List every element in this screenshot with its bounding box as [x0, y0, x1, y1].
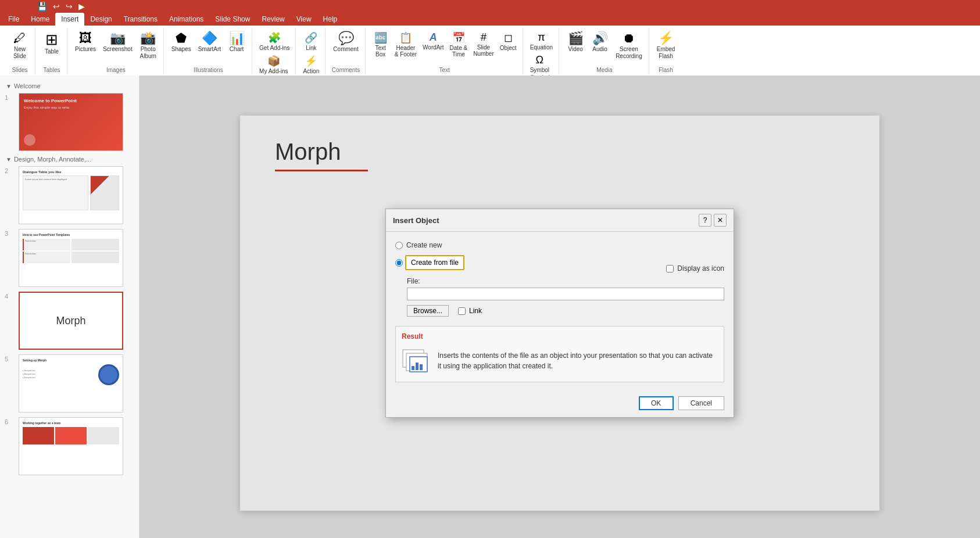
qat-redo[interactable]: ↪: [63, 1, 75, 12]
svg-rect-4: [416, 363, 419, 370]
action-button[interactable]: ⚡ Action: [301, 53, 321, 76]
wordart-button[interactable]: A WordArt: [420, 30, 446, 52]
slide-item-5[interactable]: 5 Setting up Morph ● Item point text ● I…: [0, 352, 139, 415]
display-as-icon-row: Display as icon: [666, 264, 724, 272]
video-button[interactable]: 🎬 Video: [564, 30, 587, 55]
equation-button[interactable]: π Equation: [528, 30, 555, 52]
canvas-area: Morph Insert Object ? ✕: [140, 76, 980, 538]
slide-thumb-3[interactable]: How to use PowerPoint Templates Point te…: [19, 229, 123, 287]
slides-panel: ▼ Welcome 1 Welcome to PowerPoint Enjoy …: [0, 76, 140, 538]
screen-recording-button[interactable]: ⏺ ScreenRecording: [613, 30, 645, 62]
tab-transitions[interactable]: Transitions: [118, 13, 163, 26]
get-addins-label: Get Add-ins: [259, 45, 289, 51]
create-new-label[interactable]: Create new: [406, 241, 442, 249]
audio-button[interactable]: 🔊 Audio: [588, 30, 611, 55]
date-time-button[interactable]: 📅 Date &Time: [448, 30, 470, 59]
dialog-close-button[interactable]: ✕: [714, 214, 727, 227]
text-box-button[interactable]: 🔤 TextBox: [370, 30, 391, 59]
tab-review[interactable]: Review: [256, 13, 290, 26]
slide-item-6[interactable]: 6 Working together as a team: [0, 415, 139, 478]
slides-group-label: Slides: [12, 67, 27, 74]
slide-item-2[interactable]: 2 Dialogue Table you like Lorem ipsum te…: [0, 164, 139, 227]
slide-thumb-6[interactable]: Working together as a team: [19, 417, 123, 475]
tab-animations[interactable]: Animations: [163, 13, 209, 26]
slide-thumb-4[interactable]: Morph: [19, 292, 123, 350]
screenshot-button[interactable]: 📷 Screenshot: [100, 30, 135, 55]
qat-undo[interactable]: ↩: [51, 1, 62, 12]
tab-design[interactable]: Design: [84, 13, 117, 26]
shapes-icon: ⬟: [176, 32, 187, 45]
slide-number-5: 5: [5, 354, 14, 363]
images-group-label: Images: [106, 67, 126, 74]
shapes-button[interactable]: ⬟ Shapes: [169, 30, 194, 55]
embed-flash-button[interactable]: ⚡ EmbedFlash: [654, 30, 678, 62]
date-time-label: Date &Time: [450, 45, 468, 58]
symbol-button[interactable]: Ω Symbol: [528, 53, 552, 74]
quick-access-toolbar: 💾 ↩ ↪ ▶: [0, 0, 980, 13]
slide-thumb-2[interactable]: Dialogue Table you like Lorem ipsum text…: [19, 166, 123, 224]
cancel-button[interactable]: Cancel: [678, 396, 724, 410]
slide-item-4[interactable]: 4 Morph: [0, 289, 139, 352]
create-new-radio[interactable]: [395, 242, 403, 249]
text-box-icon: 🔤: [374, 31, 387, 44]
slide-item-1[interactable]: 1 Welcome to PowerPoint Enjoy this simpl…: [0, 91, 139, 153]
insert-object-dialog: Insert Object ? ✕ Create new: [385, 209, 734, 418]
tab-help[interactable]: Help: [317, 13, 344, 26]
create-from-file-radio[interactable]: [395, 259, 403, 267]
tables-group-label: Tables: [44, 67, 60, 74]
tab-view[interactable]: View: [291, 13, 317, 26]
result-text: Inserts the contents of the file as an o…: [438, 350, 718, 371]
tab-home[interactable]: Home: [25, 13, 55, 26]
section-welcome-label: Welcome: [14, 83, 41, 89]
link-label-el[interactable]: Link: [469, 307, 482, 315]
get-addins-button[interactable]: 🧩 Get Add-ins: [257, 30, 292, 52]
ok-button[interactable]: OK: [639, 396, 674, 410]
slide-thumb-5[interactable]: Setting up Morph ● Item point text ● Ite…: [19, 354, 123, 413]
video-icon: 🎬: [568, 32, 584, 45]
create-from-file-label[interactable]: Create from file: [411, 259, 459, 267]
slide-item-3[interactable]: 3 How to use PowerPoint Templates Point …: [0, 227, 139, 289]
audio-icon: 🔊: [592, 32, 608, 45]
pictures-button[interactable]: 🖼 Pictures: [72, 30, 99, 55]
tab-file[interactable]: File: [2, 13, 25, 26]
pictures-label: Pictures: [75, 46, 96, 53]
svg-rect-5: [420, 364, 423, 370]
slide-thumb-1[interactable]: Welcome to PowerPoint Enjoy this simple …: [19, 93, 123, 151]
svg-rect-3: [412, 366, 414, 370]
browse-button[interactable]: Browse...: [407, 305, 449, 317]
link-checkbox[interactable]: [458, 307, 466, 315]
slide-number-6: 6: [5, 417, 14, 425]
comment-icon: 💬: [338, 32, 354, 45]
new-slide-button[interactable]: 🖊 NewSlide: [8, 30, 31, 62]
qat-present[interactable]: ▶: [76, 1, 87, 12]
dialog-controls: ? ✕: [699, 214, 727, 227]
section-welcome: ▼ Welcome: [0, 80, 139, 91]
dialog-help-button[interactable]: ?: [699, 214, 711, 227]
object-button[interactable]: ◻ Object: [498, 30, 519, 52]
media-group-label: Media: [596, 67, 612, 74]
dialog-title: Insert Object: [393, 216, 439, 225]
qat-save[interactable]: 💾: [35, 1, 49, 12]
tab-insert[interactable]: Insert: [55, 13, 84, 26]
slide-number-label: SlideNumber: [473, 44, 494, 57]
header-footer-button[interactable]: 📋 Header& Footer: [392, 30, 419, 59]
photo-album-button[interactable]: 📸 PhotoAlbum: [137, 30, 160, 62]
slide-number-icon: #: [481, 31, 487, 44]
link-button[interactable]: 🔗 Link: [301, 30, 321, 52]
ribbon-group-tables: ⊞ Table Tables: [37, 28, 67, 74]
smartart-button[interactable]: 🔷 SmartArt: [195, 30, 224, 55]
section-design: ▼ Design, Morph, Annotate,...: [0, 153, 139, 164]
tab-slideshow[interactable]: Slide Show: [209, 13, 256, 26]
display-as-icon-checkbox[interactable]: [666, 265, 674, 272]
comment-button[interactable]: 💬 Comment: [330, 30, 361, 55]
chart-button[interactable]: 📊 Chart: [225, 30, 248, 55]
comments-group-label: Comments: [332, 67, 360, 74]
display-as-icon-label[interactable]: Display as icon: [677, 264, 724, 272]
my-addins-button[interactable]: 📦 My Add-ins: [257, 53, 290, 76]
file-input[interactable]: [407, 288, 724, 300]
ribbon-group-text: 🔤 TextBox 📋 Header& Footer A WordArt 📅 D…: [367, 28, 523, 74]
slide-number-3: 3: [5, 229, 14, 237]
table-button[interactable]: ⊞ Table: [40, 30, 63, 57]
slide-number-button[interactable]: # SlideNumber: [471, 30, 496, 58]
my-addins-label: My Add-ins: [259, 68, 288, 74]
